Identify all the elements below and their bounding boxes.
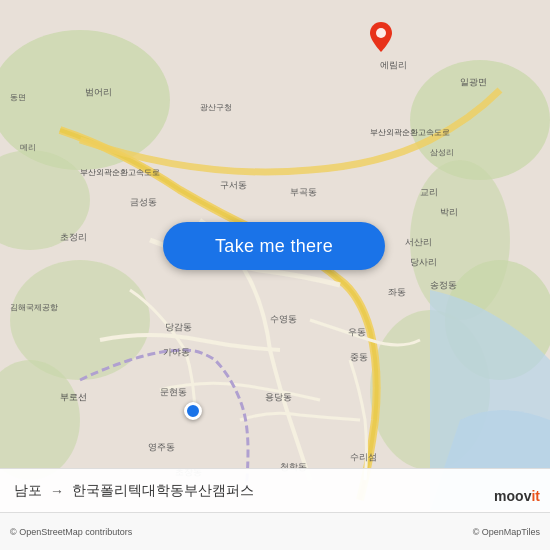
svg-text:박리: 박리	[440, 207, 458, 217]
svg-text:부로선: 부로선	[60, 392, 87, 402]
svg-text:일광면: 일광면	[460, 77, 487, 87]
svg-text:우동: 우동	[348, 327, 366, 337]
svg-text:서산리: 서산리	[405, 237, 432, 247]
moovit-logo: moovit	[494, 488, 540, 504]
tiles-attribution: © OpenMapTiles	[473, 527, 540, 537]
origin-pin	[184, 402, 202, 420]
svg-text:당감동: 당감동	[165, 322, 192, 332]
from-label: 남포	[14, 482, 42, 500]
to-label: 한국폴리텍대학동부산캠퍼스	[72, 482, 254, 500]
svg-text:송정동: 송정동	[430, 280, 457, 290]
osm-attribution: © OpenStreetMap contributors	[10, 527, 132, 537]
route-bar: 남포 → 한국폴리텍대학동부산캠퍼스	[0, 468, 550, 512]
attribution-bar: © OpenStreetMap contributors © OpenMapTi…	[0, 512, 550, 550]
svg-text:범어리: 범어리	[85, 87, 112, 97]
svg-text:구서동: 구서동	[220, 180, 247, 190]
svg-text:동면: 동면	[10, 93, 26, 102]
take-me-there-button[interactable]: Take me there	[163, 222, 385, 270]
destination-pin	[370, 22, 392, 52]
svg-text:에림리: 에림리	[380, 60, 407, 70]
svg-text:부곡동: 부곡동	[290, 187, 317, 197]
svg-text:좌동: 좌동	[388, 287, 406, 297]
svg-text:교리: 교리	[420, 187, 438, 197]
moovit-logo-text: moovit	[494, 488, 540, 504]
svg-text:수리섬: 수리섬	[350, 452, 377, 462]
svg-text:부산외곽순환고속도로: 부산외곽순환고속도로	[370, 128, 450, 137]
svg-text:당사리: 당사리	[410, 257, 437, 267]
svg-text:삼성리: 삼성리	[430, 148, 454, 157]
svg-text:수영동: 수영동	[270, 314, 297, 324]
svg-text:문현동: 문현동	[160, 387, 187, 397]
svg-text:부산외곽순환고속도로: 부산외곽순환고속도로	[80, 168, 160, 177]
route-arrow-icon: →	[50, 483, 64, 499]
svg-text:가야동: 가야동	[163, 347, 190, 357]
svg-text:김해국제공항: 김해국제공항	[10, 303, 58, 312]
map-container: 범어리 에림리 일광면 동면 메리 광산구청 부산외곽순환고속도로 부산외곽순환…	[0, 0, 550, 550]
svg-text:광산구청: 광산구청	[200, 103, 232, 112]
svg-text:중동: 중동	[350, 352, 368, 362]
svg-text:초정리: 초정리	[60, 232, 87, 242]
svg-text:금성동: 금성동	[130, 197, 157, 207]
cta-button-label: Take me there	[215, 236, 333, 257]
svg-text:영주동: 영주동	[148, 442, 175, 452]
svg-point-41	[376, 28, 386, 38]
svg-text:용당동: 용당동	[265, 392, 292, 402]
svg-text:메리: 메리	[20, 143, 36, 152]
